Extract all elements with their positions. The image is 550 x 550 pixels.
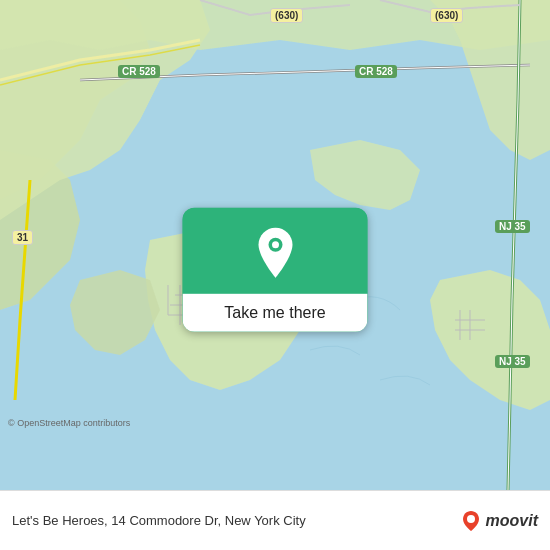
pin-area (183, 208, 368, 294)
road-badge-630-tr: (630) (430, 8, 463, 23)
button-label: Take me there (224, 304, 325, 321)
road-badge-cr528-left: CR 528 (118, 65, 160, 78)
moovit-icon (460, 510, 482, 532)
svg-point-3 (467, 515, 475, 523)
bottom-bar: Let's Be Heroes, 14 Commodore Dr, New Yo… (0, 490, 550, 550)
road-badge-cr528-right: CR 528 (355, 65, 397, 78)
road-badge-31: 31 (12, 230, 33, 245)
moovit-logo: moovit (460, 510, 538, 532)
take-me-there-button[interactable]: Take me there (183, 208, 368, 332)
location-pin-icon (253, 226, 297, 280)
location-text: Let's Be Heroes, 14 Commodore Dr, New Yo… (12, 513, 460, 528)
map-attribution: © OpenStreetMap contributors (8, 418, 130, 428)
road-badge-nj35-right: NJ 35 (495, 220, 530, 233)
road-badge-nj35-bottom: NJ 35 (495, 355, 530, 368)
button-label-area: Take me there (183, 294, 368, 332)
road-badge-630-top: (630) (270, 8, 303, 23)
map-container: (630) (630) CR 528 CR 528 31 NJ 35 NJ 35… (0, 0, 550, 490)
moovit-text: moovit (486, 512, 538, 530)
svg-point-2 (272, 241, 279, 248)
